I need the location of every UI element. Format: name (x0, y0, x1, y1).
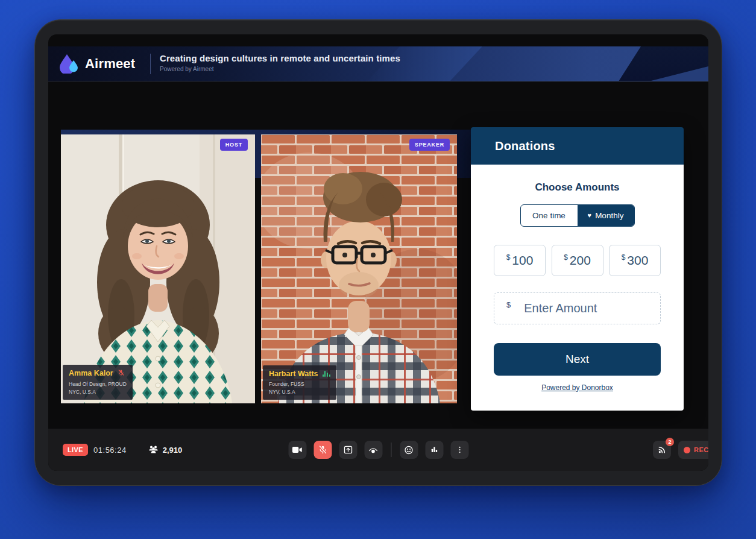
enter-amount-input[interactable] (524, 301, 684, 315)
amount-options: $ 100 $ 200 $ 300 (494, 245, 661, 276)
amount-100-button[interactable]: $ 100 (494, 245, 546, 276)
host-nametag: Amma Kalor Head Of Design, PROUD (63, 365, 133, 400)
frequency-toggle: One time ♥ Monthly (520, 204, 635, 227)
control-bar: LIVE 01:56:24 2,910 (48, 429, 708, 471)
one-time-option[interactable]: One time (521, 205, 578, 226)
page-background: Airmeet Creating design cultures in remo… (0, 0, 756, 539)
video-tile-speaker: SPEAKER Harbart Watts Founder, FUSS NYV,… (261, 134, 457, 403)
poll-stats-button[interactable] (425, 441, 443, 459)
mic-muted-button[interactable] (313, 441, 332, 459)
screen-share-button[interactable] (339, 441, 357, 459)
poll-stats-icon (429, 445, 439, 455)
eye-button[interactable] (364, 441, 382, 459)
people-icon (148, 444, 159, 456)
powered-by-donorbox-link[interactable]: Powered by Donorbox (471, 383, 684, 392)
attendee-count[interactable]: 2,910 (148, 444, 183, 456)
next-button[interactable]: Next (494, 343, 661, 376)
feed-notification-badge: 2 (666, 438, 674, 446)
screen-share-icon (343, 445, 353, 455)
more-dots-icon (455, 445, 464, 455)
camera-button[interactable] (288, 441, 306, 459)
app-screen: Airmeet Creating design cultures in remo… (48, 34, 708, 471)
speaker-nametag: Harbart Watts Founder, FUSS NYV, U.S.A (263, 365, 336, 400)
host-name: Amma Kalor (69, 369, 113, 377)
speaker-title: Founder, FUSS (269, 380, 330, 388)
host-badge: HOST (220, 139, 248, 151)
video-tile-host: HOST Amma Kalor (61, 134, 255, 403)
live-badge: LIVE (63, 444, 88, 456)
event-banner: Airmeet Creating design cultures in remo… (48, 46, 708, 81)
heart-icon: ♥ (588, 212, 592, 219)
amount-300-button[interactable]: $ 300 (609, 245, 661, 276)
speaker-video-portrait (261, 134, 457, 403)
broadcast-feed-icon (657, 445, 667, 455)
currency-symbol: $ (506, 300, 511, 309)
donations-title: Donations (495, 139, 555, 153)
speaker-badge: SPEAKER (409, 139, 450, 151)
eye-icon (368, 446, 379, 454)
mic-muted-icon (118, 369, 125, 378)
event-title: Creating design cultures in remote and u… (160, 53, 400, 63)
donations-panel: Donations Choose Amounts One time ♥ Mont… (471, 127, 684, 411)
record-button[interactable]: REC (678, 441, 708, 459)
tablet-frame: Airmeet Creating design cultures in remo… (34, 19, 722, 486)
host-location: NYC, U.S.A (69, 388, 127, 396)
banner-divider (150, 54, 151, 74)
host-video-portrait (61, 134, 255, 403)
event-powered-by: Powered by Airmeet (160, 66, 400, 72)
emoji-button[interactable] (400, 441, 418, 459)
amount-200-button[interactable]: $ 200 (552, 245, 603, 276)
host-title: Head Of Design, PROUD (69, 380, 127, 388)
mic-muted-icon (318, 445, 327, 455)
choose-amounts-label: Choose Amounts (471, 165, 684, 194)
speaker-name: Harbart Watts (269, 370, 318, 378)
brand-name: Airmeet (85, 56, 135, 72)
donations-header: Donations (471, 127, 684, 165)
record-dot-icon (684, 447, 690, 453)
monthly-option[interactable]: ♥ Monthly (578, 205, 634, 226)
airmeet-brand: Airmeet (58, 46, 135, 81)
session-timer: 01:56:24 (93, 446, 127, 455)
speaker-location: NYV, U.S.A (269, 388, 330, 396)
voice-equalizer-icon (323, 370, 330, 377)
emoji-icon (404, 445, 414, 455)
more-options-button[interactable] (450, 441, 468, 459)
airmeet-logo-icon (58, 52, 80, 76)
video-camera-icon (292, 446, 303, 454)
custom-amount-field[interactable]: $ (494, 292, 661, 324)
controls-divider (391, 443, 391, 457)
